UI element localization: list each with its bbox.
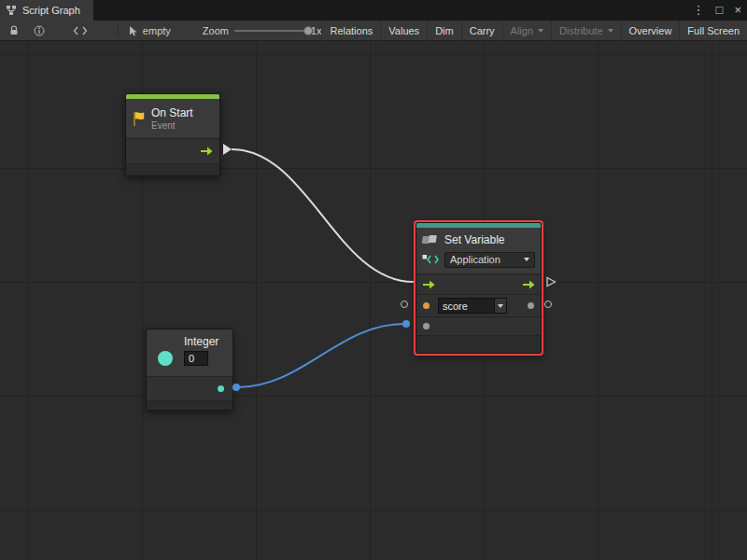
variable-scope-dropdown[interactable]: Application xyxy=(444,252,535,268)
integer-footer xyxy=(147,400,233,410)
align-button[interactable]: Align xyxy=(502,21,551,41)
fullscreen-button[interactable]: Full Screen xyxy=(679,21,747,41)
overview-button[interactable]: Overview xyxy=(621,21,680,41)
on-start-flow-connector[interactable] xyxy=(223,144,232,155)
dim-button[interactable]: Dim xyxy=(427,21,461,41)
integer-value: 0 xyxy=(185,353,207,364)
maximize-icon[interactable]: □ xyxy=(711,0,729,21)
variable-scope-value: Application xyxy=(450,254,519,265)
set-variable-title: Set Variable xyxy=(444,233,504,246)
toolbar-separator xyxy=(118,24,119,37)
on-start-subtitle: Event xyxy=(151,120,193,131)
integer-type-icon xyxy=(158,351,173,366)
value-wire-endpoint[interactable] xyxy=(402,320,410,328)
integer-wire-endpoint[interactable] xyxy=(233,384,240,391)
values-label: Values xyxy=(388,25,419,36)
variable-name-value: score xyxy=(439,301,494,312)
input-value-port[interactable] xyxy=(423,323,430,329)
code-inspect-icon[interactable] xyxy=(73,26,88,35)
name-port-connector[interactable] xyxy=(401,301,408,308)
tab-title: Script Graph xyxy=(22,5,80,16)
zoom-slider-handle[interactable] xyxy=(303,26,313,35)
lock-icon[interactable] xyxy=(9,25,19,35)
code-icon xyxy=(422,254,440,265)
chevron-down-icon xyxy=(524,258,529,261)
graph-icon xyxy=(6,5,17,16)
toolbar-buttons: Relations Values Dim Carry Align Distrib… xyxy=(321,21,747,41)
overview-label: Overview xyxy=(629,25,672,36)
fullscreen-label: Full Screen xyxy=(687,25,740,36)
menu-icon[interactable]: ⋮ xyxy=(687,0,711,21)
integer-title: Integer xyxy=(184,335,227,348)
flag-icon xyxy=(132,111,146,127)
graph-toolbar: empty Zoom 1x Relations Values Dim Carry… xyxy=(0,21,747,41)
variables-icon xyxy=(422,234,439,246)
chevron-down-icon xyxy=(608,29,613,33)
node-integer[interactable]: Integer 0 xyxy=(146,329,233,411)
output-port-connector[interactable] xyxy=(544,301,552,308)
flow-wire[interactable] xyxy=(232,149,414,282)
relations-button[interactable]: Relations xyxy=(321,21,380,41)
on-start-footer xyxy=(126,163,219,175)
set-variable-footer xyxy=(416,335,541,353)
distribute-label: Distribute xyxy=(559,25,602,36)
chevron-down-icon xyxy=(494,299,506,313)
integer-output-port[interactable] xyxy=(218,385,224,392)
value-wire[interactable] xyxy=(236,324,404,387)
integer-value-field[interactable]: 0 xyxy=(184,351,208,366)
align-label: Align xyxy=(511,25,533,36)
tab-script-graph[interactable]: Script Graph xyxy=(0,0,93,21)
variable-name-port[interactable] xyxy=(423,302,430,309)
flow-output-port[interactable] xyxy=(200,147,213,156)
chevron-down-icon xyxy=(538,29,543,33)
flow-output-port[interactable] xyxy=(522,280,535,289)
graph-canvas[interactable]: On Start Event Set Variable xyxy=(0,41,747,560)
node-set-variable[interactable]: Set Variable Application xyxy=(416,222,542,354)
wire-layer xyxy=(0,41,747,560)
variable-name-dropdown[interactable]: score xyxy=(438,298,507,314)
selection-label: empty xyxy=(143,25,171,36)
values-button[interactable]: Values xyxy=(380,21,427,41)
carry-button[interactable]: Carry xyxy=(461,21,502,41)
close-icon[interactable]: × xyxy=(728,0,747,21)
zoom-slider[interactable] xyxy=(234,30,303,32)
title-bar: Script Graph ⋮ □ × xyxy=(0,0,747,21)
on-start-title: On Start xyxy=(151,106,193,119)
relations-label: Relations xyxy=(330,25,373,36)
flow-out-connector[interactable] xyxy=(545,276,557,287)
flow-input-port[interactable] xyxy=(422,280,435,289)
window-controls: ⋮ □ × xyxy=(687,0,747,21)
dim-label: Dim xyxy=(435,25,454,36)
info-icon[interactable] xyxy=(34,25,45,36)
distribute-button[interactable]: Distribute xyxy=(551,21,620,41)
node-on-start[interactable]: On Start Event xyxy=(125,93,220,176)
pointer-icon xyxy=(128,25,138,36)
carry-label: Carry xyxy=(470,25,495,36)
output-value-port[interactable] xyxy=(528,302,534,309)
zoom-label: Zoom xyxy=(203,25,229,36)
